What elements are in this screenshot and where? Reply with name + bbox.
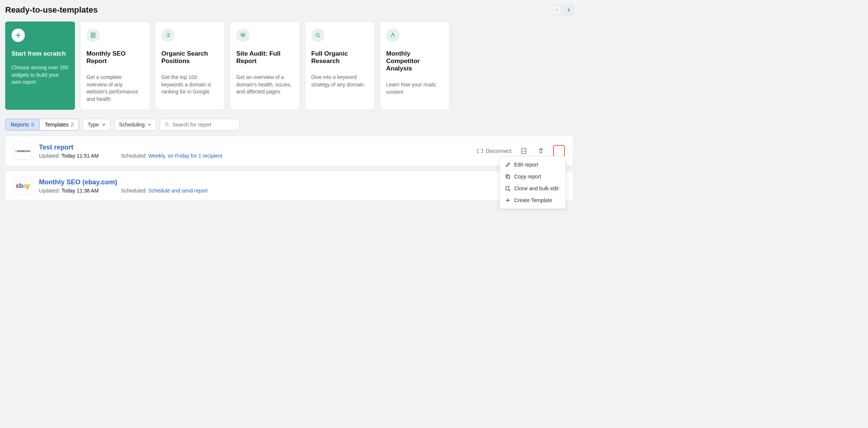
template-card-monthly-seo[interactable]: Monthly SEO Report Get a complete overvi…	[80, 22, 150, 110]
template-desc: Get a complete overview of any website's…	[86, 74, 144, 103]
templates-carousel: Start from scratch Choose among over 200…	[5, 22, 573, 110]
carousel-next-button[interactable]	[564, 5, 573, 15]
filter-scheduling[interactable]: Scheduling	[114, 119, 156, 131]
template-card-scratch[interactable]: Start from scratch Choose among over 200…	[5, 22, 75, 110]
report-logo-semrush: ● SEMRUSH	[14, 142, 32, 160]
report-title-link[interactable]: Monthly SEO (ebay.com)	[39, 178, 523, 186]
template-desc: Get an overview of a domain's health, is…	[236, 74, 293, 96]
plus-icon	[11, 29, 25, 42]
template-title: Monthly Competitor Analysis	[386, 50, 443, 72]
trash-icon	[538, 148, 544, 154]
template-card-site-audit[interactable]: Site Audit: Full Report Get an overview …	[230, 22, 300, 110]
svg-text:PDF: PDF	[522, 150, 526, 152]
carousel-prev-button	[552, 5, 562, 15]
svg-point-3	[165, 123, 168, 126]
schedule-link[interactable]: Weekly, on Friday for 1 recipient	[148, 153, 222, 159]
settings-menu: Edit report Copy report Clone and bulk e…	[500, 156, 566, 209]
delete-button[interactable]	[536, 146, 546, 156]
menu-edit-report[interactable]: Edit report	[500, 159, 565, 171]
template-card-organic-research[interactable]: Full Organic Research Dive into a keywor…	[305, 22, 375, 110]
research-icon	[386, 29, 400, 42]
tab-templates[interactable]: Templates 2	[40, 119, 79, 130]
chevron-down-icon	[102, 123, 106, 126]
pdf-button[interactable]: PDF	[519, 146, 529, 156]
template-title: Organic Search Positions	[161, 50, 218, 65]
template-desc: Get the top 100 keywords a domain is ran…	[161, 74, 218, 96]
svg-point-1	[316, 33, 319, 36]
template-desc: Choose among over 200 widgets to build y…	[11, 64, 69, 86]
template-card-organic-search[interactable]: Organic Search Positions Get the top 100…	[155, 22, 225, 110]
menu-create-template[interactable]: Create Template	[500, 194, 565, 206]
template-desc: Dive into a keyword strategy of any doma…	[311, 74, 368, 88]
document-icon	[86, 29, 100, 42]
pdf-icon: PDF	[520, 148, 527, 154]
template-title: Start from scratch	[11, 50, 69, 57]
copy-icon	[505, 174, 510, 179]
menu-clone-bulk[interactable]: Clone and bulk edit	[500, 182, 565, 194]
disconnect-button[interactable]: Disconnect	[477, 148, 512, 154]
list-icon	[161, 29, 175, 42]
heart-icon	[236, 29, 250, 42]
clone-icon	[505, 186, 510, 191]
report-title-link[interactable]: Test report	[39, 144, 470, 151]
filter-type[interactable]: Type	[83, 119, 110, 131]
disconnect-icon	[477, 148, 483, 154]
tab-reports[interactable]: Reports 8	[6, 119, 40, 130]
menu-copy-report[interactable]: Copy report	[500, 171, 565, 182]
plus-icon	[505, 198, 510, 203]
template-card-competitor[interactable]: Monthly Competitor Analysis Learn how yo…	[380, 22, 450, 110]
search-input-wrap[interactable]	[160, 119, 240, 131]
report-row: ● SEMRUSH Test report Updated: Today 11:…	[5, 136, 573, 166]
schedule-link[interactable]: Schedule and send report	[148, 188, 208, 194]
search-icon	[311, 29, 325, 42]
section-title: Ready-to-use-templates	[5, 5, 98, 15]
template-title: Monthly SEO Report	[86, 50, 144, 65]
settings-button[interactable]	[553, 145, 565, 157]
pencil-icon	[505, 162, 510, 167]
report-row: ebay Monthly SEO (ebay.com) Updated: Tod…	[5, 171, 573, 201]
template-desc: Learn how your rivals: content	[386, 81, 443, 96]
report-logo-ebay: ebay	[14, 177, 32, 195]
svg-rect-8	[507, 176, 510, 178]
chevron-down-icon	[148, 123, 151, 126]
search-icon	[165, 122, 169, 127]
template-title: Full Organic Research	[311, 50, 368, 65]
template-title: Site Audit: Full Report	[236, 50, 293, 65]
svg-rect-9	[506, 187, 509, 190]
search-input[interactable]	[172, 122, 235, 128]
svg-point-2	[392, 33, 394, 34]
